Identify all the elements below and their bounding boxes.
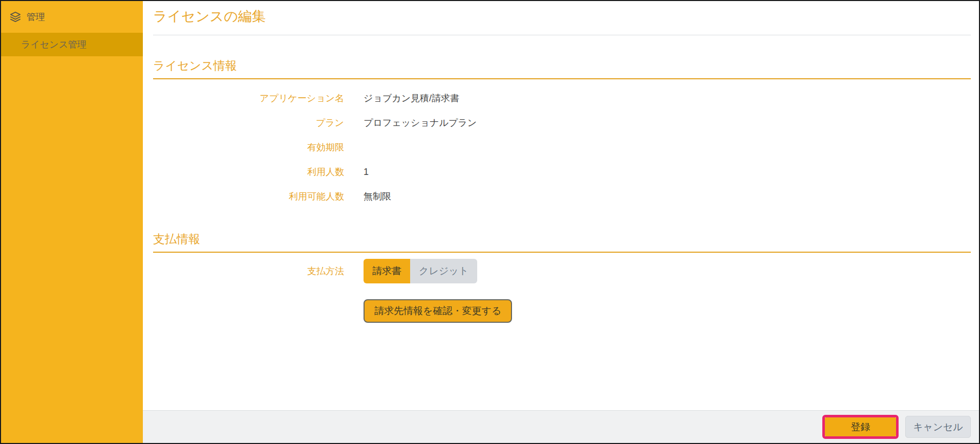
layers-icon bbox=[10, 11, 21, 23]
title-divider bbox=[153, 35, 971, 35]
field-value: ジョブカン見積/請求書 bbox=[344, 92, 459, 104]
main-area: ライセンスの編集 ライセンス情報 アプリケーション名 ジョブカン見積/請求書 プ… bbox=[143, 1, 979, 443]
field-row-expiration: 有効期限 bbox=[153, 135, 971, 160]
payment-method-row: 支払方法 請求書 クレジット bbox=[153, 258, 971, 283]
section-heading-payment-info: 支払情報 bbox=[153, 231, 971, 253]
field-row-users-count: 利用人数 1 bbox=[153, 160, 971, 184]
footer-action-bar: 登録 キャンセル bbox=[143, 410, 979, 443]
sidebar-item-license-management[interactable]: ライセンス管理 bbox=[1, 33, 143, 56]
sidebar-group-admin[interactable]: 管理 bbox=[1, 1, 143, 33]
field-label: アプリケーション名 bbox=[153, 92, 344, 104]
cancel-button[interactable]: キャンセル bbox=[905, 416, 971, 438]
field-row-plan: プラン プロフェッショナルプラン bbox=[153, 110, 971, 135]
payment-option-credit[interactable]: クレジット bbox=[410, 259, 477, 283]
field-label: 有効期限 bbox=[153, 141, 344, 153]
payment-method-label: 支払方法 bbox=[153, 265, 344, 277]
field-value: プロフェッショナルプラン bbox=[344, 117, 477, 129]
field-value: 無制限 bbox=[344, 190, 391, 203]
sidebar-group-label: 管理 bbox=[27, 11, 45, 23]
field-row-application-name: アプリケーション名 ジョブカン見積/請求書 bbox=[153, 86, 971, 110]
submit-highlight-ring: 登録 bbox=[822, 415, 899, 439]
field-label: 利用人数 bbox=[153, 166, 344, 178]
payment-option-invoice[interactable]: 請求書 bbox=[364, 259, 410, 283]
payment-method-toggle: 請求書 クレジット bbox=[364, 259, 477, 283]
sidebar-item-label: ライセンス管理 bbox=[21, 38, 87, 51]
field-row-available-users: 利用可能人数 無制限 bbox=[153, 184, 971, 209]
app-window: 管理 ライセンス管理 ライセンスの編集 ライセンス情報 アプリケーション名 ジョ… bbox=[0, 0, 980, 444]
field-label: 利用可能人数 bbox=[153, 190, 344, 203]
field-label: プラン bbox=[153, 117, 344, 129]
license-info-fields: アプリケーション名 ジョブカン見積/請求書 プラン プロフェッショナルプラン 有… bbox=[153, 86, 971, 209]
sidebar: 管理 ライセンス管理 bbox=[1, 1, 143, 443]
section-heading-license-info: ライセンス情報 bbox=[153, 58, 971, 79]
billing-info-button[interactable]: 請求先情報を確認・変更する bbox=[364, 299, 512, 323]
field-value: 1 bbox=[344, 167, 369, 177]
page-title: ライセンスの編集 bbox=[153, 8, 971, 25]
submit-button[interactable]: 登録 bbox=[825, 417, 896, 436]
billing-button-row: 請求先情報を確認・変更する bbox=[153, 299, 971, 323]
content: ライセンスの編集 ライセンス情報 アプリケーション名 ジョブカン見積/請求書 プ… bbox=[143, 1, 979, 410]
